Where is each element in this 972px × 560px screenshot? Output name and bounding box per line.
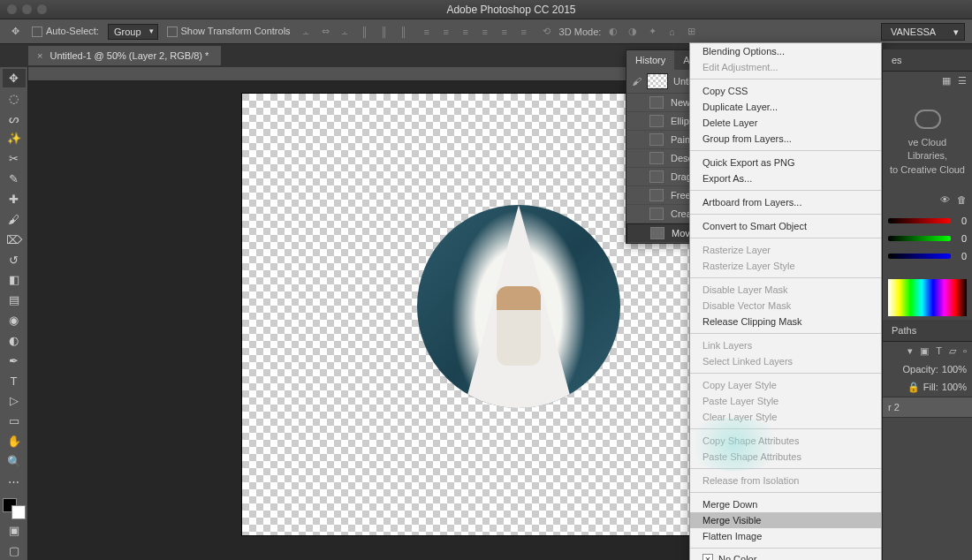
menu-separator [690, 277, 881, 278]
history-brush-tool[interactable]: ↺ [3, 251, 26, 269]
clone-stamp-tool[interactable]: ⌦ [3, 231, 26, 249]
path-select-tool[interactable]: ▷ [3, 392, 26, 411]
menu-item[interactable]: Artboard from Layers... [690, 194, 881, 210]
color-label-item[interactable]: ×No Color [690, 552, 881, 560]
show-transform-checkbox[interactable]: Show Transform Controls [167, 26, 291, 37]
type-icon[interactable]: T [936, 345, 942, 357]
trash-icon[interactable]: 🗑 [957, 194, 967, 205]
history-tab[interactable]: History [626, 50, 674, 70]
distribute-icon[interactable]: ≡ [478, 25, 492, 39]
menu-item[interactable]: Delete Layer [690, 115, 881, 131]
hand-tool[interactable]: ✋ [3, 432, 26, 450]
mode-3d-icon[interactable]: ⟲ [540, 25, 554, 39]
grid-view-icon[interactable]: ▦ [942, 75, 951, 87]
distribute-icon[interactable]: ≡ [439, 25, 453, 39]
history-step-icon [649, 189, 664, 201]
zoom-window-button[interactable] [37, 4, 47, 14]
menu-separator [690, 214, 881, 215]
menu-item[interactable]: Export As... [690, 170, 881, 186]
link-icon[interactable]: 👁 [940, 194, 950, 205]
color-swatches[interactable] [3, 498, 26, 520]
paths-tab[interactable]: Paths [883, 320, 972, 342]
quick-mask-button[interactable]: ▣ [3, 521, 26, 540]
menu-item[interactable]: Blending Options... [690, 43, 881, 59]
workspace-select[interactable]: VANESSA [881, 23, 965, 41]
marquee-tool[interactable]: ◌ [3, 89, 26, 108]
history-step-label: New [671, 97, 690, 108]
align-vcenter-icon[interactable]: ⇔ [319, 25, 333, 39]
layer-row[interactable]: r 2 [883, 397, 972, 418]
distribute-icon[interactable]: ≡ [459, 25, 473, 39]
crop-tool[interactable]: ✂ [3, 149, 26, 168]
color-spectrum[interactable] [888, 279, 967, 316]
eraser-tool[interactable]: ◧ [3, 270, 26, 289]
fill-value[interactable]: 100% [942, 382, 967, 393]
menu-item[interactable]: Convert to Smart Object [690, 218, 881, 234]
close-window-button[interactable] [7, 4, 17, 14]
distribute-icon[interactable]: ≡ [497, 25, 512, 39]
blur-tool[interactable]: ◉ [3, 311, 26, 329]
type-tool[interactable]: T [3, 372, 26, 390]
tools-panel: ✥ ◌ ᔕ ✨ ✂ ✎ ✚ 🖌 ⌦ ↺ ◧ ▤ ◉ ◐ ✒ T ▷ ▭ ✋ 🔍 … [0, 67, 28, 560]
magic-wand-tool[interactable]: ✨ [3, 130, 26, 148]
edit-toolbar-button[interactable]: ⋯ [3, 473, 26, 491]
menu-item[interactable]: Group from Layers... [690, 131, 881, 147]
menu-item: Disable Vector Mask [690, 298, 881, 314]
gradient-tool[interactable]: ▤ [3, 291, 26, 309]
align-top-icon[interactable]: ⫠ [300, 25, 314, 39]
menu-item[interactable]: Copy CSS [690, 83, 881, 99]
opacity-value[interactable]: 100% [942, 364, 967, 375]
mode-3d-icon[interactable]: ✦ [645, 25, 659, 39]
mode-3d-icon[interactable]: ⌂ [664, 25, 679, 39]
img-icon[interactable]: ▣ [920, 345, 929, 357]
rectangle-tool[interactable]: ▭ [3, 412, 26, 430]
distribute-icon[interactable]: ≡ [517, 25, 531, 39]
layer-context-menu: Blending Options...Edit Adjustment...Cop… [689, 42, 882, 560]
menu-item: Clear Layer Style [690, 409, 881, 425]
libraries-empty-text: ve Cloud Libraries, to Creative Cloud [883, 90, 972, 191]
menu-item[interactable]: Merge Visible [690, 512, 881, 528]
shape-icon[interactable]: ▱ [949, 345, 956, 357]
screen-mode-button[interactable]: ▢ [3, 541, 26, 560]
history-brush-source-icon[interactable]: 🖌 [632, 76, 642, 87]
g-slider[interactable] [888, 236, 951, 241]
menu-item[interactable]: Release Clipping Mask [690, 314, 881, 329]
filter-icon[interactable]: ▾ [907, 345, 913, 357]
auto-select-mode-select[interactable]: Group [108, 24, 158, 40]
r-slider[interactable] [888, 218, 951, 223]
align-right-icon[interactable]: ║ [397, 25, 411, 39]
menu-item[interactable]: Flatten Image [690, 528, 881, 544]
menu-item[interactable]: Duplicate Layer... [690, 99, 881, 115]
distribute-buttons-group: ≡ ≡ ≡ ≡ ≡ ≡ [420, 25, 531, 39]
lasso-tool[interactable]: ᔕ [3, 110, 26, 128]
align-bottom-icon[interactable]: ⫠ [338, 25, 353, 39]
mode-3d-icon[interactable]: ⊞ [684, 25, 698, 39]
mode-3d-icon[interactable]: ◑ [626, 25, 640, 39]
move-tool[interactable]: ✥ [3, 69, 26, 87]
align-buttons-group: ⫠ ⇔ ⫠ ║ ║ ║ [300, 25, 411, 39]
pen-tool[interactable]: ✒ [3, 352, 26, 370]
brush-tool[interactable]: 🖌 [3, 210, 26, 229]
menu-item: Copy Layer Style [690, 377, 881, 393]
lock-icon[interactable]: 🔒 [907, 382, 920, 393]
b-slider[interactable] [888, 254, 951, 259]
document-tab[interactable]: × Untitled-1 @ 50% (Layer 2, RGB/8) * [28, 46, 221, 65]
minimize-window-button[interactable] [22, 4, 32, 14]
menu-item[interactable]: Merge Down [690, 496, 881, 512]
mode-3d-icon[interactable]: ◐ [606, 25, 620, 39]
distribute-icon[interactable]: ≡ [420, 25, 434, 39]
menu-item[interactable]: Quick Export as PNG [690, 155, 881, 170]
smart-icon[interactable]: ▫ [963, 345, 967, 357]
list-view-icon[interactable]: ☰ [958, 75, 967, 87]
spot-heal-tool[interactable]: ✚ [3, 190, 26, 208]
close-tab-icon[interactable]: × [37, 50, 42, 61]
align-hcenter-icon[interactable]: ║ [377, 25, 391, 39]
background-swatch[interactable] [11, 505, 26, 519]
dodge-tool[interactable]: ◐ [3, 331, 26, 350]
libraries-tab[interactable]: es [883, 49, 972, 72]
auto-select-checkbox[interactable]: Auto-Select: [32, 26, 99, 37]
b-value: 0 [954, 251, 967, 261]
zoom-tool[interactable]: 🔍 [3, 452, 26, 471]
eyedropper-tool[interactable]: ✎ [3, 170, 26, 188]
align-left-icon[interactable]: ║ [358, 25, 372, 39]
